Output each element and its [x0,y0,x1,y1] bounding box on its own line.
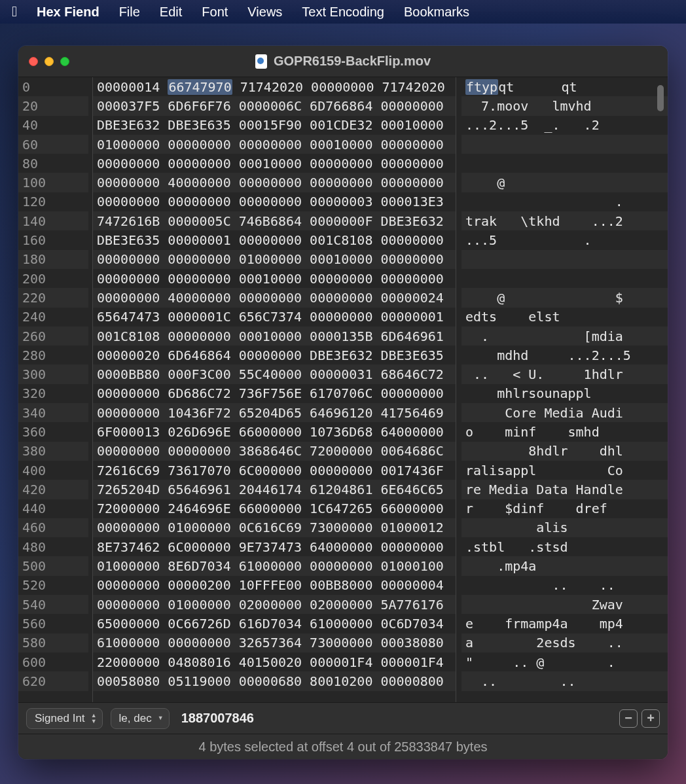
hex-row[interactable]: 65647473 0000001C 656C7374 00000000 0000… [93,308,456,327]
ascii-row[interactable]: alis [461,518,668,537]
ascii-row[interactable]: @ $ [461,288,668,307]
hex-view[interactable]: 0204060801001201401601802002202402602803… [18,77,668,702]
hex-row[interactable]: 65000000 0C66726D 616D7034 61000000 0C6D… [93,614,456,633]
ascii-row[interactable]: 7.moov lmvhd [461,96,668,115]
hex-row[interactable]: 72000000 2464696E 66000000 1C647265 6600… [93,499,456,518]
ascii-row[interactable]: . [461,192,668,211]
ascii-column[interactable]: ftypqt qt 7.moov lmvhd ...2...5 _. .2 @ … [456,77,668,702]
apple-menu[interactable]:  [12,3,17,20]
ascii-row[interactable]: mdhd ...2...5 [461,346,668,365]
hex-row[interactable]: 000037F5 6D6F6F76 0000006C 6D766864 0000… [93,96,456,115]
hex-row[interactable]: 22000000 04808016 40150020 000001F4 0000… [93,652,456,671]
ascii-row[interactable]: ...2...5 _. .2 [461,116,668,135]
type-popup-label: Signed Int [35,712,85,725]
ascii-row[interactable]: .. .. [461,576,668,595]
footer: Signed Int ▲▼ le, dec ▼ 1887007846 − + 4… [18,702,668,759]
ascii-row[interactable]: .. < U. 1hdlr [461,365,668,383]
hex-row[interactable]: 00000000 10436F72 65204D65 64696120 4175… [93,403,456,422]
menu-views[interactable]: Views [247,5,282,20]
ascii-row[interactable] [461,154,668,173]
ascii-row[interactable]: Zwav [461,595,668,614]
ascii-row[interactable]: edts elst [461,308,668,327]
ascii-row[interactable]: Core Media Audi [461,403,668,422]
hex-row[interactable]: 0000BB80 000F3C00 55C40000 00000031 6864… [93,365,456,383]
hex-row[interactable]: 00000000 00000000 00010000 00000000 0000… [93,269,456,288]
hex-row[interactable]: 00000020 6D646864 00000000 DBE3E632 DBE3… [93,346,456,365]
plus-button[interactable]: + [641,709,660,728]
hex-row[interactable]: DBE3E632 DBE3E635 00015F90 001CDE32 0001… [93,116,456,135]
hex-row[interactable]: 00000000 00000000 00010000 00000000 0000… [93,154,456,173]
hex-row[interactable]: 01000000 00000000 00000000 00010000 0000… [93,135,456,154]
offset-cell: 180 [18,250,88,269]
hex-row[interactable]: 00000014 66747970 71742020 00000000 7174… [93,77,456,96]
ascii-row[interactable] [461,269,668,288]
ascii-row[interactable]: mhlrsounappl [461,384,668,403]
close-button[interactable] [29,57,38,66]
ascii-row[interactable]: o minf smhd [461,422,668,441]
ascii-row[interactable]: " .. @ . [461,652,668,671]
ascii-row[interactable]: ftypqt qt [461,77,668,96]
menu-font[interactable]: Font [202,5,228,20]
hex-row[interactable]: 72616C69 73617070 6C000000 00000000 0017… [93,461,456,480]
menu-edit[interactable]: Edit [160,5,182,20]
hex-row[interactable]: 001C8108 00000000 00010000 0000135B 6D64… [93,327,456,346]
zoom-button[interactable] [60,57,69,66]
hex-row[interactable]: 8E737462 6C000000 9E737473 64000000 0000… [93,537,456,556]
ascii-row[interactable]: e frmamp4a mp4 [461,614,668,633]
ascii-row[interactable]: @ [461,173,668,192]
offset-cell: 620 [18,671,88,690]
ascii-row[interactable] [461,135,668,154]
offset-cell: 80 [18,154,88,173]
ascii-row[interactable]: re Media Data Handle [461,480,668,499]
ascii-selection[interactable]: ftyp [465,79,498,95]
hex-row[interactable]: 00000000 00000000 01000000 00010000 0000… [93,250,456,269]
app-name-menu[interactable]: Hex Fiend [37,5,99,20]
hex-row[interactable]: 6F000013 026D696E 66000000 10736D68 6400… [93,422,456,441]
minus-button[interactable]: − [619,709,638,728]
menubar:  Hex Fiend File Edit Font Views Text En… [0,0,686,24]
document-proxy-icon[interactable] [255,54,267,69]
menu-file[interactable]: File [119,5,140,20]
ascii-row[interactable] [461,250,668,269]
hex-row[interactable]: 00000000 01000000 02000000 02000000 5A77… [93,595,456,614]
editor-window: GOPR6159-BackFlip.mov 020406080100120140… [18,46,668,759]
hex-row[interactable]: DBE3E635 00000001 00000000 001C8108 0000… [93,230,456,249]
offset-cell: 0 [18,77,88,96]
hex-column[interactable]: 00000014 66747970 71742020 00000000 7174… [93,77,456,702]
offset-cell: 200 [18,269,88,288]
hex-row[interactable]: 61000000 00000000 32657364 73000000 0003… [93,633,456,652]
ascii-row[interactable]: r $dinf dref [461,499,668,518]
menu-bookmarks[interactable]: Bookmarks [404,5,469,20]
ascii-row[interactable]: ralisappl Co [461,461,668,480]
hex-row[interactable]: 7472616B 0000005C 746B6864 0000000F DBE3… [93,211,456,230]
offset-cell: 20 [18,96,88,115]
offset-cell: 160 [18,230,88,249]
hex-row[interactable]: 00000000 00000000 3868646C 72000000 0064… [93,442,456,461]
ascii-row[interactable]: trak \tkhd ...2 [461,211,668,230]
ascii-row[interactable]: .mp4a [461,556,668,575]
ascii-row[interactable]: 8hdlr dhl [461,442,668,461]
scrollbar-thumb[interactable] [657,85,664,111]
ascii-row[interactable]: ...5 . [461,230,668,249]
hex-row[interactable]: 00000000 01000000 0C616C69 73000000 0100… [93,518,456,537]
hex-row[interactable]: 00000000 6D686C72 736F756E 6170706C 0000… [93,384,456,403]
titlebar[interactable]: GOPR6159-BackFlip.mov [18,46,668,77]
hex-selection[interactable]: 66747970 [168,79,232,95]
format-popup[interactable]: le, dec ▼ [111,708,170,729]
hex-row[interactable]: 7265204D 65646961 20446174 61204861 6E64… [93,480,456,499]
menu-text-encoding[interactable]: Text Encoding [302,5,384,20]
hex-row[interactable]: 00000000 40000000 00000000 00000000 0000… [93,288,456,307]
minimize-button[interactable] [45,57,54,66]
ascii-row[interactable]: .stbl .stsd [461,537,668,556]
offset-cell: 520 [18,576,88,595]
hex-row[interactable]: 00000000 00000200 10FFFE00 00BB8000 0000… [93,576,456,595]
hex-row[interactable]: 01000000 8E6D7034 61000000 00000000 0100… [93,556,456,575]
hex-row[interactable]: 00058080 05119000 00000680 80010200 0000… [93,671,456,690]
hex-row[interactable]: 00000000 40000000 00000000 00000000 0000… [93,173,456,192]
ascii-row[interactable]: .. .. [461,671,668,690]
type-popup[interactable]: Signed Int ▲▼ [26,708,103,729]
ascii-row[interactable]: a 2esds .. [461,633,668,652]
ascii-row[interactable]: . [mdia [461,327,668,346]
hex-row[interactable]: 00000000 00000000 00000000 00000003 0000… [93,192,456,211]
window-title: GOPR6159-BackFlip.mov [274,54,431,69]
